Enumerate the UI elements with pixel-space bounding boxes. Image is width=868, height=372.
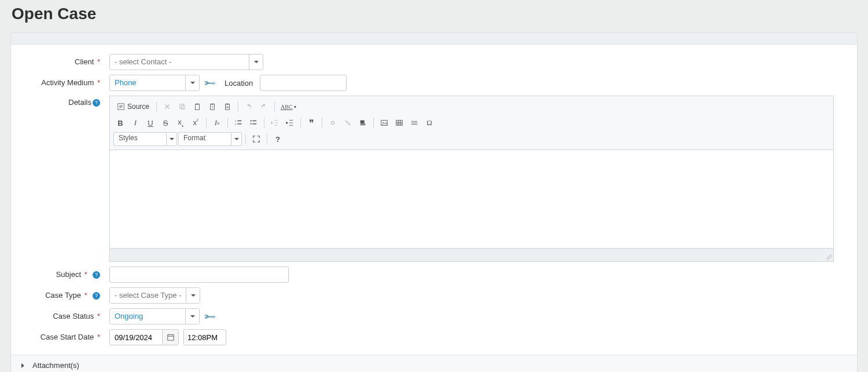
copy-icon (178, 103, 186, 111)
date-picker-button[interactable] (162, 330, 178, 345)
label-case-start-date-text: Case Start Date (41, 333, 94, 341)
attachments-accordion[interactable]: Attachment(s) (11, 355, 857, 372)
toolbar-separator (267, 134, 267, 144)
svg-point-18 (382, 122, 384, 123)
toolbar-separator (322, 118, 322, 128)
unlink-icon (344, 119, 352, 127)
hr-button[interactable] (407, 116, 421, 130)
svg-point-14 (250, 123, 251, 125)
label-case-status: Case Status * (11, 308, 104, 320)
italic-icon: I (134, 118, 137, 127)
location-input[interactable] (260, 75, 347, 91)
paste-text-button[interactable]: T (205, 100, 219, 114)
italic-button[interactable]: I (128, 116, 142, 130)
paste-icon (193, 103, 201, 111)
row-client: Client * - select Contact - (11, 52, 857, 72)
subject-input[interactable] (109, 267, 289, 283)
image-button[interactable] (377, 116, 391, 130)
label-details-text: Details (68, 98, 91, 107)
bold-button[interactable]: B (113, 116, 127, 130)
indent-icon (286, 119, 294, 127)
chevron-down-icon (191, 294, 196, 297)
bold-icon: B (117, 119, 123, 127)
blockquote-button[interactable]: ❞ (304, 116, 318, 130)
help-icon[interactable]: ? (93, 292, 100, 300)
activity-medium-value: Phone (110, 75, 185, 90)
client-select[interactable]: - select Contact - (109, 54, 263, 70)
paste-text-icon: T (208, 103, 216, 111)
bullet-list-button[interactable] (247, 116, 260, 130)
label-activity-medium: Activity Medium * (11, 75, 104, 87)
wrench-icon[interactable]: 🔧 (203, 76, 216, 89)
format-select-caret[interactable] (231, 133, 241, 145)
activity-medium-select[interactable]: Phone (109, 75, 200, 91)
case-status-select[interactable]: Ongoing (109, 308, 200, 324)
required-mark: * (97, 333, 100, 341)
spellcheck-icon: ABC (281, 104, 293, 110)
anchor-button[interactable] (356, 116, 370, 130)
toolbar-row-1: Source T (113, 99, 830, 115)
editor-canvas[interactable] (110, 150, 833, 249)
label-subject: Subject * ? (11, 267, 104, 279)
label-details: Details? (11, 96, 104, 107)
svg-text:2: 2 (235, 123, 237, 126)
svg-rect-3 (196, 104, 200, 110)
activity-medium-caret[interactable] (185, 75, 199, 90)
row-details: Details? Source (11, 93, 857, 264)
case-type-select[interactable]: - select Case Type - (109, 287, 200, 304)
wrench-icon[interactable]: 🔧 (203, 309, 216, 323)
format-select[interactable]: Format (178, 132, 242, 146)
svg-rect-20 (167, 335, 174, 341)
start-time-input[interactable] (183, 329, 226, 345)
toolbar-separator (264, 118, 264, 128)
label-subject-text: Subject (56, 270, 81, 279)
link-button (326, 116, 340, 130)
resize-grip[interactable] (826, 254, 832, 260)
paste-button[interactable] (190, 100, 204, 114)
svg-rect-15 (361, 121, 365, 123)
client-select-caret[interactable] (249, 54, 263, 70)
superscript-button[interactable]: x² (189, 116, 203, 130)
source-icon (117, 103, 125, 111)
about-button[interactable]: ? (271, 132, 285, 146)
cut-button (160, 100, 174, 114)
remove-format-button[interactable]: Ix (210, 116, 224, 130)
format-select-text: Format (179, 133, 231, 145)
maximize-button[interactable] (249, 132, 263, 146)
indent-button[interactable] (283, 116, 297, 130)
strike-button[interactable]: S (159, 116, 172, 130)
subscript-button[interactable]: x₂ (174, 116, 187, 130)
numbered-list-icon: 12 (234, 119, 242, 127)
bullet-list-icon (249, 119, 258, 127)
spellcheck-button[interactable]: ABC ▾ (278, 100, 299, 114)
help-icon[interactable]: ? (93, 99, 100, 107)
styles-select-text: Styles (114, 133, 166, 145)
paste-word-button[interactable]: W (220, 100, 234, 114)
toolbar-separator (156, 101, 157, 112)
underline-icon: U (148, 119, 153, 127)
page-title: Open Case (0, 0, 868, 32)
case-type-select-caret[interactable] (186, 288, 200, 303)
styles-select-caret[interactable] (166, 133, 176, 145)
source-button[interactable]: Source (113, 100, 153, 114)
case-status-value: Ongoing (110, 309, 185, 324)
numbered-list-button[interactable]: 12 (231, 116, 245, 130)
toolbar-row-3: Styles Format ? (113, 131, 830, 147)
label-case-type-text: Case Type (45, 291, 81, 300)
help-icon[interactable]: ? (93, 271, 100, 279)
required-mark: * (84, 270, 87, 279)
label-case-status-text: Case Status (53, 312, 94, 320)
calendar-icon (167, 333, 175, 341)
label-case-start-date: Case Start Date * (11, 329, 104, 341)
undo-icon (245, 103, 253, 111)
svg-rect-19 (396, 121, 403, 126)
chevron-down-icon (170, 138, 174, 140)
case-status-select-caret[interactable] (185, 309, 199, 324)
details-editor: Source T (109, 96, 834, 262)
table-button[interactable] (392, 116, 406, 130)
special-char-button[interactable]: Ω (422, 116, 436, 130)
underline-button[interactable]: U (144, 116, 157, 130)
styles-select[interactable]: Styles (113, 132, 177, 146)
svg-rect-4 (196, 104, 198, 105)
start-date-input[interactable] (110, 330, 162, 345)
